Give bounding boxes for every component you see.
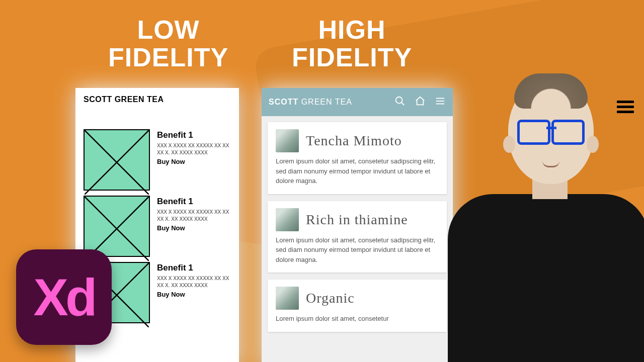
placeholder-image-icon	[84, 129, 150, 191]
svg-line-7	[401, 103, 405, 106]
lowfi-item-body: XXX X XXXX XX XXXXX XX XX XX X. XX XXXX …	[157, 275, 231, 289]
heading-text: LOW	[137, 15, 199, 44]
hifi-brand-bold: SCOTT	[269, 98, 298, 106]
adobe-xd-logo-icon: Xd	[16, 249, 112, 345]
hifi-card-title: Organic	[306, 290, 355, 306]
product-thumb-icon	[276, 129, 299, 152]
xd-label: Xd	[34, 267, 95, 327]
hifi-brand-light: GREEN TEA	[298, 98, 352, 106]
placeholder-image-icon	[84, 196, 150, 257]
search-icon[interactable]	[394, 96, 406, 109]
heading-low-fidelity: LOW FIDELITY	[108, 16, 228, 71]
heading-text: FIDELITY	[108, 43, 228, 72]
lowfi-item: Benefit 1 XXX X XXXX XX XXXXX XX XX XX X…	[84, 196, 231, 257]
hifi-card-list: Tencha Mimoto Lorem ipsum dolor sit amet…	[262, 116, 453, 338]
lowfi-item-title: Benefit 1	[157, 197, 231, 207]
buy-now-button[interactable]: Buy Now	[157, 224, 231, 232]
hifi-brand: SCOTT GREEN TEA	[269, 98, 352, 107]
heading-text: FIDELITY	[292, 43, 412, 72]
lowfi-item-title: Benefit 1	[157, 263, 231, 273]
lowfi-item-title: Benefit 1	[157, 130, 231, 140]
buy-now-button[interactable]: Buy Now	[157, 291, 231, 298]
buy-now-button[interactable]: Buy Now	[157, 158, 231, 165]
hifi-card-body: Lorem ipsum dolor sit amet, consetetur s…	[276, 156, 439, 186]
lowfi-brand: SCOTT GREEN TEA	[84, 95, 231, 104]
lowfi-item-body: XXX X XXXX XX XXXXX XX XX XX X. XX XXXX …	[157, 142, 231, 156]
product-thumb-icon	[276, 287, 299, 310]
hifi-mockup: SCOTT GREEN TEA Tencha Mimoto Lorem ipsu…	[262, 88, 453, 362]
svg-point-6	[396, 97, 403, 104]
lowfi-item-body: XXX X XXXX XX XXXXX XX XX XX X. XX XXXX …	[157, 209, 231, 222]
heading-high-fidelity: HIGH FIDELITY	[292, 16, 412, 71]
hifi-card[interactable]: Tencha Mimoto Lorem ipsum dolor sit amet…	[268, 122, 447, 194]
home-icon[interactable]	[415, 96, 426, 109]
hifi-card[interactable]: Rich in thiamine Lorem ipsum dolor sit a…	[268, 201, 447, 273]
hifi-card[interactable]: Organic Lorem ipsum dolor sit amet, cons…	[268, 280, 447, 332]
presenter-photo	[428, 55, 644, 362]
thumbnail-stage: LOW FIDELITY HIGH FIDELITY SCOTT GREEN T…	[0, 0, 644, 362]
hifi-appbar: SCOTT GREEN TEA	[262, 88, 453, 116]
hifi-card-title: Tencha Mimoto	[306, 133, 402, 149]
hifi-card-body: Lorem ipsum dolor sit amet, consetetur	[276, 314, 439, 324]
product-thumb-icon	[276, 208, 299, 231]
lowfi-item: Benefit 1 XXX X XXXX XX XXXXX XX XX XX X…	[84, 129, 231, 191]
heading-text: HIGH	[318, 15, 386, 44]
hifi-card-body: Lorem ipsum dolor sit amet, consetetur s…	[276, 235, 439, 265]
hifi-card-title: Rich in thiamine	[306, 212, 408, 228]
